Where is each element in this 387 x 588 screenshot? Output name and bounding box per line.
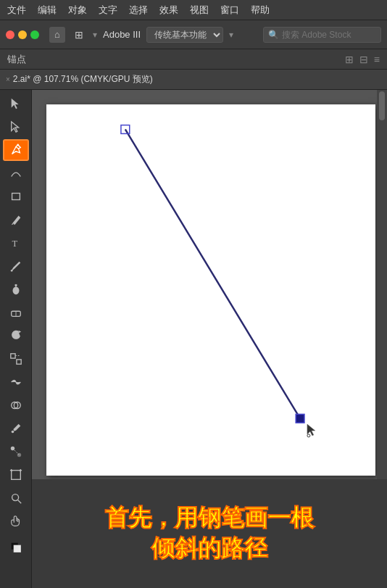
tool-shape-builder[interactable]	[3, 394, 29, 416]
workspace-chevron[interactable]: ▾	[229, 30, 233, 40]
canvas-page	[46, 104, 375, 476]
layout-icon[interactable]: ⊞	[71, 27, 87, 43]
minimize-button[interactable]	[18, 30, 27, 39]
search-box: 🔍	[263, 27, 381, 43]
tool-pencil[interactable]	[3, 209, 29, 231]
tool-rectangle[interactable]	[3, 186, 29, 207]
close-button[interactable]	[6, 30, 14, 39]
tool-rotate[interactable]	[3, 325, 29, 347]
panel-icons: ⊞ ⊟ ≡	[345, 54, 380, 65]
tab-label: 2.ai* @ 107.71% (CMYK/GPU 预览)	[13, 73, 153, 86]
tool-pen[interactable]	[3, 139, 29, 161]
annotation-text: 首先，用钢笔画一根 倾斜的路径	[105, 503, 314, 563]
svg-marker-0	[11, 99, 18, 109]
menu-effect[interactable]: 效果	[159, 4, 178, 17]
svg-point-2	[17, 144, 19, 146]
annotation-line2: 倾斜的路径	[105, 534, 314, 564]
menu-bar: 文件 编辑 对象 文字 选择 效果 视图 窗口 帮助	[0, 0, 387, 20]
tool-color-swatches[interactable]	[3, 537, 29, 558]
svg-line-29	[125, 129, 300, 418]
svg-point-33	[307, 434, 310, 437]
tool-brush[interactable]	[3, 255, 29, 277]
tool-select[interactable]	[3, 93, 29, 115]
svg-rect-11	[16, 360, 20, 364]
svg-marker-1	[11, 122, 18, 132]
svg-rect-19	[11, 471, 20, 480]
app-name-label: Adobe III	[103, 29, 141, 40]
svg-line-25	[17, 500, 21, 504]
tool-eraser[interactable]	[3, 302, 29, 323]
traffic-lights	[6, 30, 39, 39]
svg-point-5	[10, 270, 12, 272]
annotation-area: 首先，用钢笔画一根 倾斜的路径	[32, 479, 387, 588]
tool-curvature[interactable]	[3, 162, 29, 184]
canvas-svg	[46, 104, 375, 476]
panel-grid-icon[interactable]: ⊞	[345, 54, 354, 65]
menu-edit[interactable]: 编辑	[38, 4, 57, 17]
tool-hand[interactable]	[3, 510, 29, 532]
menu-text[interactable]: 文字	[99, 4, 117, 17]
svg-marker-9	[18, 331, 21, 334]
layout-chevron[interactable]: ▾	[93, 30, 97, 40]
svg-rect-28	[14, 545, 20, 552]
search-input[interactable]	[282, 30, 376, 40]
svg-rect-30	[121, 125, 130, 134]
svg-rect-10	[10, 354, 14, 358]
tool-direct-select[interactable]	[3, 116, 29, 138]
tool-scale[interactable]	[3, 348, 29, 370]
svg-point-15	[11, 431, 14, 434]
tab-close-button[interactable]: ×	[6, 75, 10, 83]
left-toolbar: T	[0, 90, 32, 588]
toolbar: ⌂ ⊞ ▾ Adobe III 传统基本功能 ▾ 🔍	[0, 20, 387, 49]
svg-point-6	[12, 286, 19, 294]
menu-view[interactable]: 视图	[190, 4, 209, 17]
panel-menu-icon[interactable]: ≡	[374, 54, 380, 65]
svg-point-24	[12, 494, 18, 501]
svg-marker-32	[307, 424, 315, 436]
search-icon: 🔍	[268, 30, 279, 40]
panel-align-icon[interactable]: ⊟	[359, 54, 368, 65]
svg-rect-31	[296, 414, 304, 423]
main-area: T	[0, 90, 387, 588]
svg-text:T: T	[12, 239, 17, 249]
panel-bar: 锚点 ⊞ ⊟ ≡	[0, 49, 387, 70]
tool-text[interactable]: T	[3, 232, 29, 254]
scrollbar-thumb	[379, 91, 385, 120]
canvas-area[interactable]: 首先，用钢笔画一根 倾斜的路径	[32, 90, 387, 588]
menu-help[interactable]: 帮助	[251, 4, 270, 17]
tool-blob-brush[interactable]	[3, 278, 29, 300]
menu-object[interactable]: 对象	[68, 4, 87, 17]
tab-bar: × 2.ai* @ 107.71% (CMYK/GPU 预览)	[0, 70, 387, 90]
panel-title: 锚点	[7, 53, 26, 66]
home-button[interactable]: ⌂	[49, 27, 65, 43]
menu-file[interactable]: 文件	[7, 4, 26, 17]
tool-zoom[interactable]	[3, 487, 29, 509]
annotation-line1: 首先，用钢笔画一根	[105, 503, 314, 534]
menu-window[interactable]: 窗口	[220, 4, 239, 17]
tool-artboard[interactable]	[3, 464, 29, 486]
tool-blend[interactable]	[3, 441, 29, 463]
fullscreen-button[interactable]	[30, 30, 39, 39]
workspace-select[interactable]: 传统基本功能	[146, 27, 223, 43]
menu-select[interactable]: 选择	[129, 4, 148, 17]
svg-rect-3	[12, 194, 20, 200]
tool-eyedropper[interactable]	[3, 418, 29, 439]
tool-warp[interactable]	[3, 371, 29, 393]
